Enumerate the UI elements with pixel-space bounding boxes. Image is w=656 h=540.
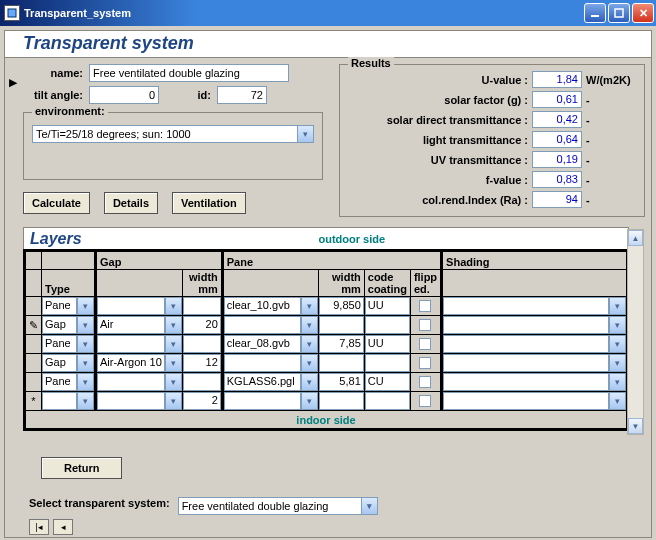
result-unit: - — [586, 174, 636, 186]
chevron-down-icon[interactable]: ▾ — [165, 373, 182, 391]
scroll-down-icon[interactable]: ▼ — [628, 418, 643, 434]
cell-value[interactable]: Gap — [42, 354, 77, 372]
result-label: light transmittance : — [348, 134, 528, 146]
gap-width-cell[interactable]: 20 — [183, 316, 221, 334]
table-row: ✎Gap▾Air▾20▾▾ — [26, 316, 627, 335]
row-marker — [26, 335, 42, 354]
chevron-down-icon[interactable]: ▾ — [77, 316, 94, 334]
return-button[interactable]: Return — [41, 457, 122, 479]
flipped-checkbox[interactable] — [411, 338, 440, 350]
table-row: Pane▾▾clear_10.gvb▾9,850UU▾ — [26, 297, 627, 316]
cell-value[interactable] — [224, 392, 301, 410]
chevron-down-icon[interactable]: ▾ — [361, 497, 378, 515]
chevron-down-icon[interactable]: ▾ — [77, 392, 94, 410]
code-cell[interactable] — [365, 316, 410, 334]
close-button[interactable]: ✕ — [632, 3, 654, 23]
col-flipped: flipp ed. — [410, 270, 441, 297]
chevron-down-icon[interactable]: ▾ — [301, 392, 318, 410]
flipped-checkbox[interactable] — [411, 357, 440, 369]
cell-value[interactable] — [97, 373, 165, 391]
pane-width-cell[interactable] — [319, 316, 364, 334]
cell-value[interactable]: Gap — [42, 316, 77, 334]
name-field[interactable] — [89, 64, 289, 82]
pane-width-cell[interactable]: 7,85 — [319, 335, 364, 353]
chevron-down-icon[interactable]: ▾ — [301, 335, 318, 353]
id-field[interactable] — [217, 86, 267, 104]
chevron-down-icon[interactable]: ▾ — [609, 297, 626, 315]
code-cell[interactable] — [365, 354, 410, 372]
chevron-down-icon[interactable]: ▾ — [165, 354, 182, 372]
chevron-down-icon[interactable]: ▾ — [77, 335, 94, 353]
flipped-checkbox[interactable] — [411, 300, 440, 312]
cell-value[interactable]: KGLASS6.pgl — [224, 373, 301, 391]
chevron-down-icon[interactable]: ▾ — [301, 316, 318, 334]
cell-value[interactable] — [443, 335, 609, 353]
gap-width-cell[interactable] — [183, 297, 221, 315]
gap-width-cell[interactable] — [183, 335, 221, 353]
code-cell[interactable]: CU — [365, 373, 410, 391]
scroll-up-icon[interactable]: ▲ — [628, 230, 643, 246]
prev-record-button[interactable]: ◂ — [53, 519, 73, 535]
cell-value[interactable] — [97, 335, 165, 353]
cell-value[interactable] — [443, 373, 609, 391]
cell-value[interactable] — [224, 316, 301, 334]
flipped-checkbox[interactable] — [411, 395, 440, 407]
cell-value[interactable] — [224, 354, 301, 372]
chevron-down-icon[interactable]: ▾ — [77, 297, 94, 315]
chevron-down-icon[interactable]: ▾ — [301, 354, 318, 372]
gap-width-cell[interactable]: 2 — [183, 392, 221, 410]
pane-width-cell[interactable]: 9,850 — [319, 297, 364, 315]
code-cell[interactable]: UU — [365, 335, 410, 353]
flipped-checkbox[interactable] — [411, 319, 440, 331]
cell-value[interactable] — [443, 354, 609, 372]
cell-value[interactable]: Pane — [42, 297, 77, 315]
ventilation-button[interactable]: Ventilation — [172, 192, 246, 214]
cell-value[interactable]: Pane — [42, 335, 77, 353]
code-cell[interactable]: UU — [365, 297, 410, 315]
chevron-down-icon[interactable]: ▾ — [165, 392, 182, 410]
chevron-down-icon[interactable]: ▾ — [165, 297, 182, 315]
scrollbar-vertical[interactable]: ▲ ▼ — [627, 229, 644, 435]
cell-value[interactable] — [97, 297, 165, 315]
first-record-button[interactable]: |◂ — [29, 519, 49, 535]
calculate-button[interactable]: Calculate — [23, 192, 90, 214]
code-cell[interactable] — [365, 392, 410, 410]
cell-value[interactable]: Air-Argon 10 — [97, 354, 165, 372]
chevron-down-icon[interactable]: ▾ — [301, 373, 318, 391]
chevron-down-icon[interactable]: ▾ — [165, 316, 182, 334]
chevron-down-icon[interactable]: ▾ — [297, 125, 314, 143]
chevron-down-icon[interactable]: ▾ — [301, 297, 318, 315]
cell-value[interactable] — [42, 392, 77, 410]
chevron-down-icon[interactable]: ▾ — [609, 392, 626, 410]
cell-value[interactable] — [443, 297, 609, 315]
chevron-down-icon[interactable]: ▾ — [609, 316, 626, 334]
chevron-down-icon[interactable]: ▾ — [77, 373, 94, 391]
chevron-down-icon[interactable]: ▾ — [609, 354, 626, 372]
select-system-combo[interactable] — [178, 497, 361, 515]
cell-value[interactable]: clear_08.gvb — [224, 335, 301, 353]
details-button[interactable]: Details — [104, 192, 158, 214]
cell-value[interactable]: clear_10.gvb — [224, 297, 301, 315]
environment-select[interactable] — [32, 125, 297, 143]
maximize-button[interactable] — [608, 3, 630, 23]
pane-width-cell[interactable]: 5,81 — [319, 373, 364, 391]
minimize-button[interactable] — [584, 3, 606, 23]
app-icon — [4, 5, 20, 21]
flipped-checkbox[interactable] — [411, 376, 440, 388]
gap-width-cell[interactable]: 12 — [183, 354, 221, 372]
row-marker — [26, 373, 42, 392]
gap-width-cell[interactable] — [183, 373, 221, 391]
page-banner: Transparent system — [5, 31, 651, 58]
cell-value[interactable] — [443, 392, 609, 410]
tilt-angle-field[interactable] — [89, 86, 159, 104]
pane-width-cell[interactable] — [319, 392, 364, 410]
chevron-down-icon[interactable]: ▾ — [609, 373, 626, 391]
cell-value[interactable]: Pane — [42, 373, 77, 391]
cell-value[interactable]: Air — [97, 316, 165, 334]
chevron-down-icon[interactable]: ▾ — [165, 335, 182, 353]
chevron-down-icon[interactable]: ▾ — [77, 354, 94, 372]
chevron-down-icon[interactable]: ▾ — [609, 335, 626, 353]
cell-value[interactable] — [443, 316, 609, 334]
pane-width-cell[interactable] — [319, 354, 364, 372]
cell-value[interactable] — [97, 392, 165, 410]
